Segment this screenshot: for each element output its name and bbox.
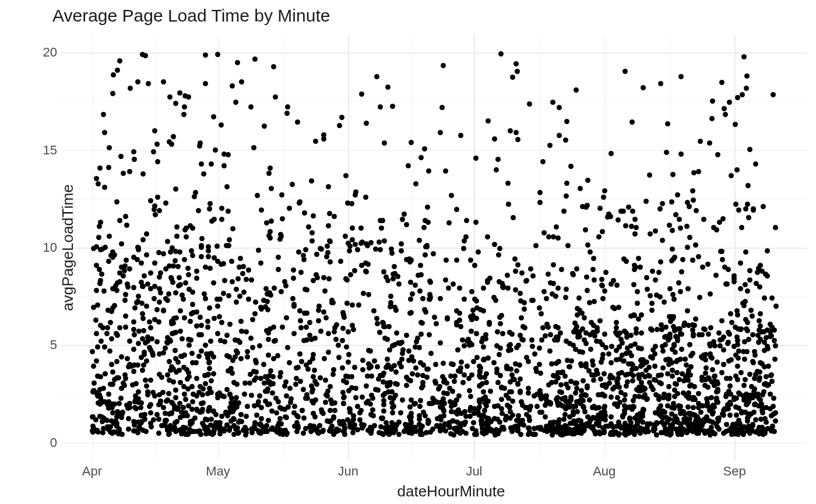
x-axis-title: dateHourMinute [398,482,505,501]
data-point [685,245,690,250]
data-point [351,417,356,422]
data-point [353,242,358,247]
data-point [564,287,569,292]
data-point [154,142,160,147]
data-point [417,417,422,422]
data-point [438,428,443,433]
data-point [565,385,571,390]
data-point [163,266,168,272]
data-point [344,344,349,350]
data-point [413,181,418,186]
data-point [407,256,412,262]
data-point [496,252,501,258]
data-point [660,201,665,206]
data-point [131,285,136,290]
data-point [266,353,271,358]
data-point [609,151,614,156]
data-point [740,92,745,97]
x-tick-label: May [206,464,230,479]
data-point [649,327,655,333]
data-point [94,288,99,293]
data-point [161,251,166,256]
data-point [346,360,351,365]
data-point [114,288,119,293]
data-point [529,337,534,343]
data-point [215,304,220,309]
data-point [576,418,582,423]
data-point [108,424,113,429]
data-point [148,378,153,383]
data-point [182,93,188,98]
data-point [734,167,740,172]
data-point [311,424,316,429]
data-point [123,313,128,319]
data-point [333,337,339,342]
data-point [259,207,264,213]
data-point [558,330,563,336]
data-point [163,296,168,301]
data-point [443,277,448,283]
data-point [550,100,555,105]
data-point [389,251,395,256]
data-point [321,309,326,315]
x-tick-label: Apr [82,464,102,479]
data-point [158,270,163,276]
data-point [711,410,716,415]
data-point [413,365,418,371]
data-point [157,286,162,291]
data-point [325,244,330,249]
data-point [347,410,353,415]
data-point [139,355,144,360]
data-point [515,262,520,267]
data-point [563,138,568,143]
data-point [91,305,96,310]
data-point [487,320,492,325]
data-point [743,206,748,212]
data-point [326,223,331,228]
data-point [492,404,497,409]
data-point [441,379,446,385]
data-point [564,181,569,186]
data-point [118,154,124,159]
data-point [636,346,641,351]
data-point [574,87,579,93]
data-point [346,388,351,393]
data-point [306,224,311,230]
chart-title: Average Page Load Time by Minute [52,6,330,26]
data-point [322,288,328,294]
data-point [773,225,778,230]
data-point [420,320,425,326]
data-point [578,186,583,191]
data-point [611,429,616,435]
data-point [159,375,164,380]
data-point [235,350,240,355]
data-point [650,269,655,274]
data-point [134,300,139,305]
data-point [644,397,649,402]
data-point [765,273,770,279]
data-point [368,401,373,407]
data-point [406,348,411,354]
data-point [505,181,511,186]
data-point [290,296,296,301]
data-point [745,202,750,207]
data-point [103,371,108,376]
data-point [629,367,635,372]
data-point [573,390,578,396]
data-point [114,199,119,205]
x-tick-label: Sep [723,464,746,479]
data-point [164,399,169,404]
data-point [623,223,628,228]
data-point [271,325,276,330]
data-point [350,225,355,231]
data-point [364,383,369,389]
data-point [100,419,105,424]
data-point [602,404,607,409]
data-point [297,200,302,206]
data-point [152,128,157,133]
data-point [438,296,443,301]
data-point [418,428,423,433]
data-point [519,315,524,320]
data-point [374,74,379,79]
data-point [378,104,383,110]
